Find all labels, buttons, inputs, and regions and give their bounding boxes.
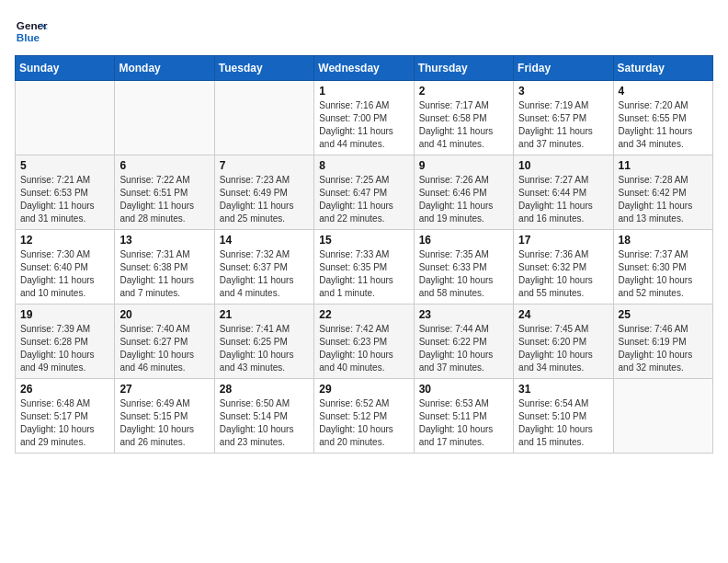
day-number: 14 [220, 234, 309, 247]
day-number: 8 [319, 159, 408, 172]
calendar-cell: 15Sunrise: 7:33 AM Sunset: 6:35 PM Dayli… [314, 230, 414, 304]
day-number: 24 [518, 308, 608, 321]
day-info: Sunrise: 6:48 AM Sunset: 5:17 PM Dayligh… [20, 397, 109, 449]
weekday-header: Thursday [414, 56, 513, 81]
day-info: Sunrise: 7:17 AM Sunset: 6:58 PM Dayligh… [419, 99, 508, 151]
calendar-cell [214, 81, 313, 155]
day-info: Sunrise: 6:49 AM Sunset: 5:15 PM Dayligh… [119, 397, 209, 449]
day-number: 22 [319, 308, 408, 321]
day-number: 27 [119, 383, 209, 396]
calendar-week-row: 1Sunrise: 7:16 AM Sunset: 7:00 PM Daylig… [16, 81, 713, 155]
day-info: Sunrise: 7:45 AM Sunset: 6:20 PM Dayligh… [518, 323, 608, 374]
day-info: Sunrise: 7:44 AM Sunset: 6:22 PM Dayligh… [419, 323, 508, 374]
day-number: 23 [419, 308, 508, 321]
calendar-cell: 31Sunrise: 6:54 AM Sunset: 5:10 PM Dayli… [514, 379, 613, 454]
day-number: 11 [619, 159, 708, 172]
day-info: Sunrise: 7:22 AM Sunset: 6:51 PM Dayligh… [119, 174, 209, 225]
calendar-week-row: 26Sunrise: 6:48 AM Sunset: 5:17 PM Dayli… [16, 379, 713, 454]
calendar-cell: 2Sunrise: 7:17 AM Sunset: 6:58 PM Daylig… [414, 81, 513, 155]
day-info: Sunrise: 7:32 AM Sunset: 6:37 PM Dayligh… [220, 248, 309, 300]
day-info: Sunrise: 6:53 AM Sunset: 5:11 PM Dayligh… [419, 397, 508, 449]
header: General Blue [15, 15, 713, 48]
weekday-header: Friday [514, 56, 613, 81]
day-number: 4 [619, 85, 708, 98]
day-number: 1 [319, 85, 408, 98]
day-info: Sunrise: 7:41 AM Sunset: 6:25 PM Dayligh… [220, 323, 309, 374]
logo: General Blue [15, 15, 51, 48]
calendar-cell: 20Sunrise: 7:40 AM Sunset: 6:27 PM Dayli… [115, 304, 214, 379]
calendar: SundayMondayTuesdayWednesdayThursdayFrid… [15, 55, 713, 454]
day-number: 18 [619, 234, 708, 247]
day-info: Sunrise: 7:20 AM Sunset: 6:55 PM Dayligh… [619, 99, 708, 151]
day-number: 13 [119, 234, 209, 247]
weekday-header: Saturday [613, 56, 712, 81]
day-info: Sunrise: 7:23 AM Sunset: 6:49 PM Dayligh… [220, 174, 309, 225]
calendar-week-row: 12Sunrise: 7:30 AM Sunset: 6:40 PM Dayli… [16, 230, 713, 304]
calendar-cell: 12Sunrise: 7:30 AM Sunset: 6:40 PM Dayli… [16, 230, 115, 304]
day-info: Sunrise: 7:25 AM Sunset: 6:47 PM Dayligh… [319, 174, 408, 225]
day-info: Sunrise: 7:27 AM Sunset: 6:44 PM Dayligh… [518, 174, 608, 225]
day-info: Sunrise: 7:35 AM Sunset: 6:33 PM Dayligh… [419, 248, 508, 300]
day-number: 29 [319, 383, 408, 396]
calendar-cell: 8Sunrise: 7:25 AM Sunset: 6:47 PM Daylig… [314, 155, 414, 230]
day-info: Sunrise: 7:30 AM Sunset: 6:40 PM Dayligh… [20, 248, 109, 300]
day-number: 25 [619, 308, 708, 321]
calendar-cell: 26Sunrise: 6:48 AM Sunset: 5:17 PM Dayli… [16, 379, 115, 454]
day-number: 20 [119, 308, 209, 321]
calendar-cell: 21Sunrise: 7:41 AM Sunset: 6:25 PM Dayli… [214, 304, 313, 379]
calendar-cell [115, 81, 214, 155]
day-info: Sunrise: 7:31 AM Sunset: 6:38 PM Dayligh… [119, 248, 209, 300]
day-info: Sunrise: 7:42 AM Sunset: 6:23 PM Dayligh… [319, 323, 408, 374]
day-number: 2 [419, 85, 508, 98]
day-info: Sunrise: 7:26 AM Sunset: 6:46 PM Dayligh… [419, 174, 508, 225]
svg-text:Blue: Blue [17, 31, 40, 43]
calendar-cell: 28Sunrise: 6:50 AM Sunset: 5:14 PM Dayli… [214, 379, 313, 454]
day-number: 26 [20, 383, 109, 396]
day-info: Sunrise: 7:37 AM Sunset: 6:30 PM Dayligh… [619, 248, 708, 300]
calendar-cell: 17Sunrise: 7:36 AM Sunset: 6:32 PM Dayli… [514, 230, 613, 304]
calendar-cell: 24Sunrise: 7:45 AM Sunset: 6:20 PM Dayli… [514, 304, 613, 379]
calendar-cell: 11Sunrise: 7:28 AM Sunset: 6:42 PM Dayli… [613, 155, 712, 230]
calendar-cell [613, 379, 712, 454]
calendar-cell: 29Sunrise: 6:52 AM Sunset: 5:12 PM Dayli… [314, 379, 414, 454]
calendar-cell: 16Sunrise: 7:35 AM Sunset: 6:33 PM Dayli… [414, 230, 513, 304]
calendar-cell: 18Sunrise: 7:37 AM Sunset: 6:30 PM Dayli… [613, 230, 712, 304]
calendar-cell: 5Sunrise: 7:21 AM Sunset: 6:53 PM Daylig… [16, 155, 115, 230]
day-info: Sunrise: 7:36 AM Sunset: 6:32 PM Dayligh… [518, 248, 608, 300]
calendar-cell: 27Sunrise: 6:49 AM Sunset: 5:15 PM Dayli… [115, 379, 214, 454]
day-info: Sunrise: 7:16 AM Sunset: 7:00 PM Dayligh… [319, 99, 408, 151]
day-number: 30 [419, 383, 508, 396]
calendar-cell: 13Sunrise: 7:31 AM Sunset: 6:38 PM Dayli… [115, 230, 214, 304]
day-number: 15 [319, 234, 408, 247]
day-info: Sunrise: 7:46 AM Sunset: 6:19 PM Dayligh… [619, 323, 708, 374]
day-number: 12 [20, 234, 109, 247]
calendar-cell: 25Sunrise: 7:46 AM Sunset: 6:19 PM Dayli… [613, 304, 712, 379]
calendar-cell: 19Sunrise: 7:39 AM Sunset: 6:28 PM Dayli… [16, 304, 115, 379]
weekday-header: Sunday [16, 56, 115, 81]
calendar-cell: 3Sunrise: 7:19 AM Sunset: 6:57 PM Daylig… [514, 81, 613, 155]
day-number: 7 [220, 159, 309, 172]
calendar-cell: 6Sunrise: 7:22 AM Sunset: 6:51 PM Daylig… [115, 155, 214, 230]
day-info: Sunrise: 6:50 AM Sunset: 5:14 PM Dayligh… [220, 397, 309, 449]
day-info: Sunrise: 7:21 AM Sunset: 6:53 PM Dayligh… [20, 174, 109, 225]
day-info: Sunrise: 7:39 AM Sunset: 6:28 PM Dayligh… [20, 323, 109, 374]
day-number: 5 [20, 159, 109, 172]
day-number: 10 [518, 159, 608, 172]
day-info: Sunrise: 6:52 AM Sunset: 5:12 PM Dayligh… [319, 397, 408, 449]
calendar-cell: 14Sunrise: 7:32 AM Sunset: 6:37 PM Dayli… [214, 230, 313, 304]
calendar-cell: 23Sunrise: 7:44 AM Sunset: 6:22 PM Dayli… [414, 304, 513, 379]
weekday-header: Tuesday [214, 56, 313, 81]
day-info: Sunrise: 6:54 AM Sunset: 5:10 PM Dayligh… [518, 397, 608, 449]
day-number: 21 [220, 308, 309, 321]
calendar-cell: 30Sunrise: 6:53 AM Sunset: 5:11 PM Dayli… [414, 379, 513, 454]
day-info: Sunrise: 7:40 AM Sunset: 6:27 PM Dayligh… [119, 323, 209, 374]
day-number: 16 [419, 234, 508, 247]
day-number: 31 [518, 383, 608, 396]
calendar-cell: 4Sunrise: 7:20 AM Sunset: 6:55 PM Daylig… [613, 81, 712, 155]
day-number: 3 [518, 85, 608, 98]
weekday-header-row: SundayMondayTuesdayWednesdayThursdayFrid… [16, 56, 713, 81]
logo-icon: General Blue [15, 15, 48, 48]
calendar-week-row: 19Sunrise: 7:39 AM Sunset: 6:28 PM Dayli… [16, 304, 713, 379]
calendar-cell [16, 81, 115, 155]
day-number: 6 [119, 159, 209, 172]
